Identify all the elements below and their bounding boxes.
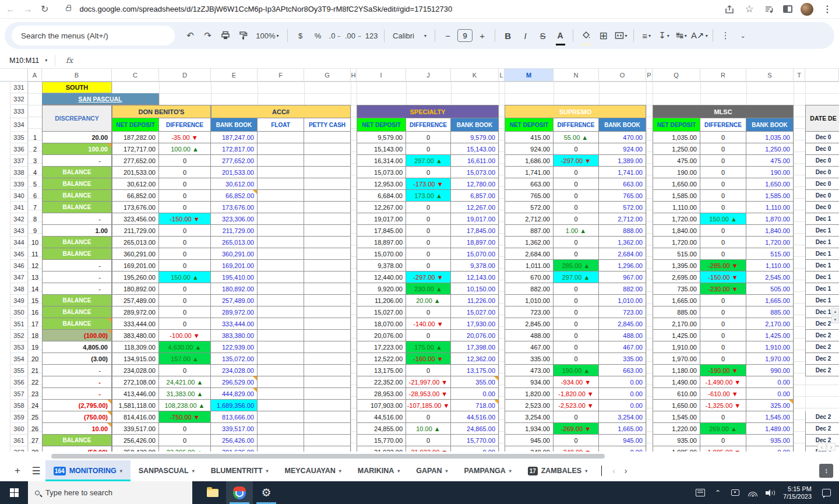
cell-db-net-28[interactable]: 258,430.00 (112, 446, 159, 452)
cell-db-bank-24[interactable]: 1,689,356.00 (211, 400, 258, 411)
cell-discrepancy-23[interactable]: - (42, 388, 112, 400)
cell-float-9[interactable] (258, 225, 304, 237)
cell-su-net-28[interactable]: 248.00 (505, 446, 554, 452)
cell-su-bank-3[interactable]: 1,389.00 (599, 155, 646, 167)
subheader-net-deposit-I[interactable]: NET DEPOSIT (357, 118, 406, 132)
cell-ml-bank-21[interactable]: 990.00 (746, 365, 794, 376)
cell-su-bank-21[interactable]: 663.00 (599, 365, 646, 376)
row-header-350[interactable]: 350 (10, 306, 28, 318)
tray-device-icon[interactable] (728, 489, 742, 496)
cell-db-diff-2[interactable]: 100.00 ▲ (159, 143, 211, 155)
cell-ml-bank-3[interactable]: 475.00 (746, 155, 794, 167)
cell-date-13[interactable]: Dec 1 (805, 272, 839, 283)
row-header-335[interactable]: 335 (10, 132, 28, 143)
cell-db-diff-27[interactable]: 0 (159, 435, 211, 446)
cell-db-diff-20[interactable]: 157.00 ▲ (159, 353, 211, 365)
cell-db-net-9[interactable]: 211,729.00 (112, 225, 159, 237)
row-header-361[interactable]: 361 (10, 435, 28, 446)
cell-su-net-4[interactable]: 1,741.00 (505, 167, 554, 178)
cell-discrepancy-26[interactable]: 10.00 (42, 423, 112, 435)
cell-ml-diff-12[interactable]: -285.00 ▼ (700, 260, 746, 272)
cell-db-diff-19[interactable]: 4,630.00 ▲ (159, 341, 211, 353)
cell-db-diff-12[interactable]: 0 (159, 260, 211, 272)
cell-su-bank-11[interactable]: 2,684.00 (599, 248, 646, 260)
cell-sp-bank-10[interactable]: 18,897.00 (451, 237, 499, 248)
cell-discrepancy-24[interactable]: (2,795.00) (42, 400, 112, 411)
cell-ml-net-25[interactable]: 1,545.00 (653, 411, 700, 423)
cell-su-net-17[interactable]: 2,845.00 (505, 318, 554, 330)
cell-db-bank-26[interactable]: 339,517.00 (211, 423, 258, 435)
cell-sp-bank-19[interactable]: 17,398.00 (451, 341, 499, 353)
tabs-scroll-right-icon[interactable]: › (625, 466, 628, 475)
cell-sp-diff-23[interactable]: -28,953.00 ▼ (406, 388, 451, 400)
cell-su-diff-14[interactable]: 0 (554, 283, 599, 295)
cell-sp-diff-7[interactable]: 0 (406, 202, 451, 213)
cell-date-11[interactable]: Dec 1 (805, 248, 839, 260)
cell-su-bank-24[interactable]: 0.00 (599, 400, 646, 411)
cell-discrepancy-13[interactable]: - (42, 272, 112, 283)
cell-su-diff-5[interactable]: 0 (554, 178, 599, 190)
cell-su-net-13[interactable]: 670.00 (505, 272, 554, 283)
cell-sp-net-23[interactable]: 28,953.00 (357, 388, 406, 400)
cell-ml-bank-25[interactable]: 1,545.00 (746, 411, 794, 423)
cell-sp-net-19[interactable]: 17,223.00 (357, 341, 406, 353)
cell-float-18[interactable] (258, 330, 304, 341)
cell-sp-bank-3[interactable]: 16,611.00 (451, 155, 499, 167)
cell-db-bank-1[interactable]: 187,247.00 (211, 132, 258, 143)
cell-db-diff-22[interactable]: 24,421.00 ▲ (159, 376, 211, 388)
cell-db-diff-23[interactable]: 31,383.00 ▲ (159, 388, 211, 400)
subheader-bank-book-O[interactable]: BANK BOOK (599, 118, 646, 132)
cell-date-26[interactable]: Dec 2 (805, 423, 839, 435)
cell-ml-net-14[interactable]: 735.00 (653, 283, 700, 295)
cell-su-bank-7[interactable]: 572.00 (599, 202, 646, 213)
cell-db-net-24[interactable]: 1,581,118.00 (112, 400, 159, 411)
cell-sp-bank-8[interactable]: 19,017.00 (451, 213, 499, 225)
cell-sp-bank-21[interactable]: 13,175.00 (451, 365, 499, 376)
cell-ml-diff-2[interactable]: 0 (700, 143, 746, 155)
cell-ml-net-1[interactable]: 1,035.00 (653, 132, 700, 143)
cell-ml-net-9[interactable]: 1,840.00 (653, 225, 700, 237)
cell-su-net-18[interactable]: 488.00 (505, 330, 554, 341)
cell-su-bank-22[interactable]: 0.00 (599, 376, 646, 388)
cell-su-diff-2[interactable]: 0 (554, 143, 599, 155)
cell-ml-diff-16[interactable]: 0 (700, 306, 746, 318)
cell-db-net-6[interactable]: 66,852.00 (112, 190, 159, 202)
cell-sp-net-15[interactable]: 11,206.00 (357, 295, 406, 306)
cell-db-net-11[interactable]: 360,291.00 (112, 248, 159, 260)
cell-ml-net-28[interactable]: 1,085.00 (653, 446, 700, 452)
cell-su-diff-20[interactable]: 0 (554, 353, 599, 365)
cell-float-2[interactable] (258, 143, 304, 155)
more-formats-button[interactable]: 123 (364, 27, 379, 44)
cell-sp-diff-15[interactable]: 20.00 ▲ (406, 295, 451, 306)
cell-sp-bank-6[interactable]: 6,857.00 (451, 190, 499, 202)
cell-sp-bank-24[interactable]: 718.00 (451, 400, 499, 411)
cell-float-8[interactable] (258, 213, 304, 225)
profile-avatar[interactable] (801, 3, 813, 16)
cell-su-diff-4[interactable]: 0 (554, 167, 599, 178)
grid-corner[interactable] (0, 69, 28, 82)
cell-su-bank-23[interactable]: 0.00 (599, 388, 646, 400)
cell-sp-bank-23[interactable]: 0.00 (451, 388, 499, 400)
cell-petty-11[interactable] (304, 248, 351, 260)
reload-icon[interactable]: ↻ (41, 5, 48, 14)
cell-db-bank-2[interactable]: 172,817.00 (211, 143, 258, 155)
cell-discrepancy-9[interactable]: 1.00 (42, 225, 112, 237)
cell-ml-diff-14[interactable]: -230.00 ▼ (700, 283, 746, 295)
cell-ml-diff-17[interactable]: 0 (700, 318, 746, 330)
cell-sp-diff-24[interactable]: -107,185.00 ▼ (406, 400, 451, 411)
cell-discrepancy-11[interactable]: BALANCE (42, 248, 112, 260)
column-header-A[interactable]: A (28, 69, 42, 82)
cell-su-diff-3[interactable]: -297.00 ▼ (554, 155, 599, 167)
subheader-difference-N[interactable]: DIFFERENCE (554, 118, 599, 132)
cell-sp-net-10[interactable]: 18,897.00 (357, 237, 406, 248)
cell-su-net-1[interactable]: 415.00 (505, 132, 554, 143)
bold-button[interactable]: B (500, 27, 516, 44)
column-header-R[interactable]: R (700, 69, 746, 82)
search-menus-input[interactable]: Search the menus (Alt+/) (12, 26, 175, 45)
cell-float-3[interactable] (258, 155, 304, 167)
taskbar-clock[interactable]: 5:15 PM 7/15/2023 (781, 485, 814, 501)
subheader-bank-book-S[interactable]: BANK BOOK (746, 118, 794, 132)
cell-ml-diff-26[interactable]: 269.00 ▲ (700, 423, 746, 435)
cell-petty-6[interactable] (304, 190, 351, 202)
cell-sp-net-21[interactable]: 13,175.00 (357, 365, 406, 376)
